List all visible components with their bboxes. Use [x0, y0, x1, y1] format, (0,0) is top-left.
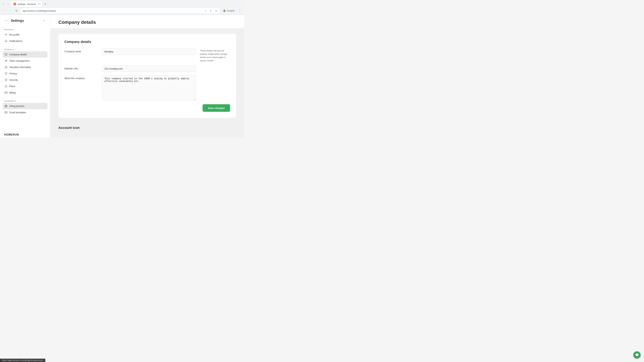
person-icon [4, 33, 8, 36]
lock-icon [4, 65, 8, 69]
about-company-textarea[interactable]: This company started in the 2000's aimin… [102, 75, 196, 100]
svg-rect-1 [5, 53, 7, 55]
sidebar-header: ← Settings « [0, 15, 50, 26]
website-url-row: Website URL [64, 65, 230, 72]
address-bar-row: ← → ↻ app.homerun.co/settings/company ☆ … [0, 7, 244, 15]
website-url-input[interactable] [102, 65, 196, 72]
homerun-logo: HOMERUN [4, 133, 19, 136]
sidebar-item-label: Email templates [10, 111, 26, 114]
sidebar-item-label: Billing [10, 91, 16, 94]
sidebar-footer: HOMERUN [0, 131, 50, 137]
sidebar-item-label: Plans [10, 85, 15, 88]
settings-back-button[interactable]: ← [4, 18, 9, 23]
privacy-shield-icon [4, 72, 8, 75]
sidebar-item-label: Security [10, 79, 18, 81]
svg-rect-7 [5, 92, 8, 94]
building-icon [4, 53, 8, 56]
billing-icon [4, 91, 8, 94]
bookmark-icon[interactable]: ☆ [204, 9, 208, 13]
about-company-label: About the company [64, 75, 98, 80]
svg-point-0 [6, 34, 6, 35]
company-name-input-area [102, 48, 196, 55]
content-header: Company details [50, 15, 244, 28]
company-name-label: Company name [64, 48, 98, 53]
sidebar-item-team-management[interactable]: Team management [3, 58, 48, 64]
company-section: Company ▾ Company details Team managemen… [0, 45, 50, 97]
gear-icon [4, 104, 8, 108]
candidates-section: Candidates ▾ Hiring process Email templa… [0, 97, 50, 117]
incognito-badge: 🕵 Incognito [222, 9, 236, 12]
about-company-input-area: This company started in the 2000's aimin… [102, 75, 196, 101]
new-tab-button[interactable]: + [43, 2, 48, 6]
bell-icon [4, 39, 8, 43]
sidebar-title: Settings [11, 19, 24, 23]
account-icon-section: Account icon [58, 122, 236, 130]
sidebar-item-label: Team management [10, 59, 30, 62]
website-url-label: Website URL [64, 65, 98, 70]
sidebar-item-security[interactable]: Security [3, 77, 48, 83]
website-url-input-area [102, 65, 196, 72]
incognito-label: Incognito [226, 9, 235, 12]
tab-nav-back[interactable]: ‹ [1, 2, 5, 6]
download-icon[interactable]: ⇓ [209, 9, 213, 13]
browser-tab[interactable]: H Settings - Homerun ✕ [12, 1, 42, 7]
sidebar-item-notifications[interactable]: Notifications [3, 38, 48, 44]
split-screen-icon[interactable]: ▭ [214, 9, 218, 13]
sidebar-item-label: Company details [10, 53, 27, 56]
sidebar-item-label: Sensitive information [10, 66, 31, 68]
address-text: app.homerun.co/settings/company [23, 9, 202, 12]
candidates-dropdown-icon: ▾ [15, 100, 16, 102]
plans-icon [4, 85, 8, 88]
personal-section: Personal ▾ My profile Notifications [0, 26, 50, 45]
envelope-icon [4, 111, 8, 114]
sidebar-item-label: My profile [10, 33, 20, 36]
candidates-section-label: Candidates ▾ [3, 100, 48, 102]
sidebar-item-hiring-process[interactable]: Hiring process [3, 103, 48, 109]
sidebar-item-label: Notifications [10, 40, 22, 42]
tab-favicon: H [14, 3, 16, 5]
sidebar-collapse-button[interactable]: « [42, 18, 46, 23]
personal-dropdown-icon: ▾ [12, 28, 14, 31]
reload-button[interactable]: ↻ [14, 8, 19, 13]
sidebar-item-privacy[interactable]: Privacy [3, 70, 48, 77]
company-section-label: Company ▾ [3, 48, 48, 51]
tab-nav: ‹ › [1, 2, 10, 6]
page-title: Company details [58, 19, 236, 25]
save-btn-row: Save changes [64, 104, 230, 112]
tab-title: Settings - Homerun [18, 3, 36, 5]
sidebar: ← Settings « Personal ▾ My profile Not [0, 15, 50, 137]
tab-bar: ‹ › H Settings - Homerun ✕ + [0, 0, 244, 7]
address-bar[interactable]: app.homerun.co/settings/company ☆ ⇓ ▭ [20, 8, 221, 14]
svg-rect-6 [5, 67, 7, 68]
sidebar-item-plans[interactable]: Plans [3, 83, 48, 89]
browser-chrome: ‹ › H Settings - Homerun ✕ + ← → ↻ app.h… [0, 0, 244, 15]
company-details-card: Company details Company name These detai… [58, 34, 236, 118]
incognito-icon: 🕵 [224, 9, 226, 12]
account-icon-label: Account icon [58, 122, 236, 130]
company-name-input[interactable] [102, 48, 196, 55]
tab-nav-forward[interactable]: › [6, 2, 10, 6]
company-name-row: Company name These details will also be … [64, 48, 230, 62]
people-icon [4, 59, 8, 62]
security-shield-icon [4, 78, 8, 82]
sidebar-item-company-details[interactable]: Company details [3, 51, 48, 58]
company-details-hint: These details will also be publicly visi… [200, 48, 230, 62]
sidebar-item-billing[interactable]: Billing [3, 89, 48, 96]
svg-point-5 [6, 60, 7, 61]
forward-button[interactable]: → [8, 8, 13, 13]
save-changes-button[interactable]: Save changes [202, 104, 230, 112]
company-dropdown-icon: ▾ [13, 48, 14, 51]
sidebar-item-sensitive-information[interactable]: Sensitive information [3, 64, 48, 70]
back-button[interactable]: ← [2, 8, 7, 13]
sidebar-item-email-templates[interactable]: Email templates [3, 109, 48, 116]
app-layout: ← Settings « Personal ▾ My profile Not [0, 15, 244, 137]
card-title: Company details [64, 40, 230, 44]
tab-close-button[interactable]: ✕ [38, 3, 40, 5]
about-company-row: About the company This company started i… [64, 75, 230, 101]
about-hint-spacer [200, 75, 230, 76]
sidebar-title-area: ← Settings [4, 18, 24, 23]
sidebar-item-label: Privacy [10, 72, 17, 75]
sidebar-item-my-profile[interactable]: My profile [3, 31, 48, 38]
content-body: Company details Company name These detai… [50, 28, 244, 135]
menu-button[interactable]: ⋮ [238, 8, 242, 13]
